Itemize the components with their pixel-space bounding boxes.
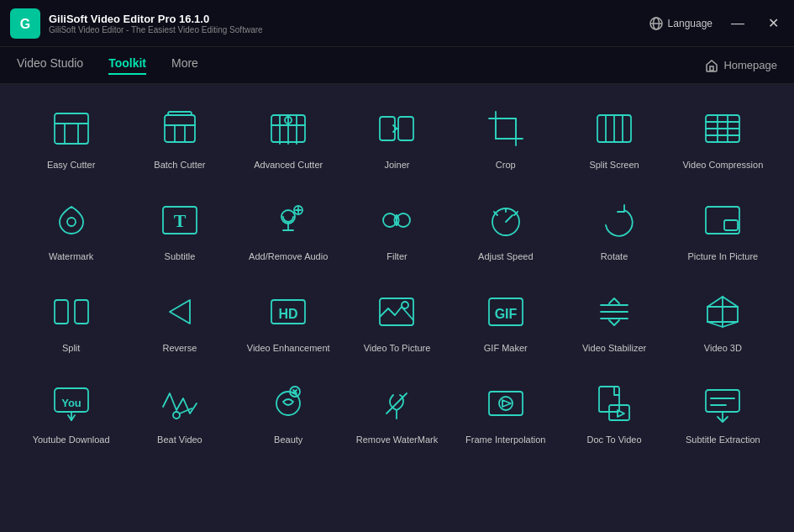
language-button[interactable]: Language xyxy=(649,17,712,30)
subtitle-extraction-icon xyxy=(701,382,744,425)
video-3d-icon xyxy=(701,290,744,334)
titlebar-text: GiliSoft Video Editor Pro 16.1.0 GiliSof… xyxy=(49,13,649,34)
tool-beat-video[interactable]: Beat Video xyxy=(125,367,234,456)
video-to-picture-label: Video To Picture xyxy=(364,342,431,354)
svg-rect-11 xyxy=(168,112,192,115)
tool-filter[interactable]: Filter xyxy=(343,184,451,272)
crop-icon xyxy=(484,107,528,150)
split-icon xyxy=(50,290,93,334)
tool-video-stabilizer[interactable]: Video Stabilizer xyxy=(560,276,668,364)
app-subtitle: GiliSoft Video Editor - The Easiest Vide… xyxy=(49,25,649,34)
tool-picture-in-picture[interactable]: Picture In Picture xyxy=(669,184,777,272)
svg-rect-78 xyxy=(706,390,739,412)
tool-subtitle[interactable]: T Subtitle xyxy=(125,184,234,272)
beat-video-label: Beat Video xyxy=(157,434,202,445)
watermark-icon xyxy=(50,198,93,242)
frame-interpolation-icon xyxy=(484,382,528,425)
video-to-picture-icon xyxy=(375,290,418,334)
adjust-speed-label: Adjust Speed xyxy=(478,250,533,262)
home-icon xyxy=(705,59,718,72)
video-enhancement-icon: HD xyxy=(266,290,310,334)
svg-rect-10 xyxy=(165,115,195,142)
tool-remove-watermark[interactable]: Remove WaterMark xyxy=(343,367,451,456)
reverse-label: Reverse xyxy=(162,342,197,354)
subtitle-label: Subtitle xyxy=(165,250,196,262)
doc-to-video-icon xyxy=(592,382,636,425)
subtitle-extraction-label: Subtitle Extraction xyxy=(686,434,760,445)
tool-batch-cutter[interactable]: Batch Cutter xyxy=(125,92,234,181)
picture-in-picture-icon xyxy=(701,198,744,242)
tool-video-compression[interactable]: Video Compression xyxy=(669,92,777,181)
tool-grid: Easy Cutter Batch Cutter Advanced Cutter… xyxy=(17,92,777,456)
svg-point-56 xyxy=(402,302,408,308)
svg-rect-50 xyxy=(55,300,68,324)
split-screen-icon xyxy=(592,107,636,150)
tool-split-screen[interactable]: Split Screen xyxy=(560,92,668,181)
tool-adjust-speed[interactable]: Adjust Speed xyxy=(451,184,560,272)
tool-subtitle-extraction[interactable]: Subtitle Extraction xyxy=(669,367,777,456)
filter-label: Filter xyxy=(386,250,407,262)
tool-easy-cutter[interactable]: Easy Cutter xyxy=(17,92,125,181)
rotate-label: Rotate xyxy=(601,250,628,262)
svg-rect-19 xyxy=(398,117,413,140)
joiner-icon xyxy=(375,107,418,150)
adjust-speed-icon xyxy=(484,198,528,242)
tool-add-remove-audio[interactable]: Add/Remove Audio xyxy=(234,184,343,272)
tab-toolkit[interactable]: Toolkit xyxy=(108,56,146,75)
reverse-icon xyxy=(158,290,202,334)
svg-marker-52 xyxy=(170,300,190,324)
filter-icon xyxy=(375,198,418,242)
frame-interpolation-label: Frame Interpolation xyxy=(465,434,545,445)
tool-youtube-download[interactable]: You Youtube Download xyxy=(17,367,125,456)
svg-text:G: G xyxy=(20,17,30,31)
close-button[interactable]: ✕ xyxy=(763,13,784,33)
svg-rect-6 xyxy=(55,113,88,144)
video-enhancement-label: Video Enhancement xyxy=(247,342,330,354)
doc-to-video-label: Doc To Video xyxy=(587,434,642,445)
batch-cutter-label: Batch Cutter xyxy=(154,159,205,171)
app-title: GiliSoft Video Editor Pro 16.1.0 xyxy=(49,13,649,25)
globe-icon xyxy=(649,17,663,30)
svg-rect-5 xyxy=(710,66,713,71)
joiner-label: Joiner xyxy=(385,159,410,171)
svg-line-47 xyxy=(506,215,513,222)
tool-doc-to-video[interactable]: Doc To Video xyxy=(560,367,668,456)
crop-label: Crop xyxy=(496,159,516,171)
add-remove-audio-icon xyxy=(266,198,310,242)
tool-gif-maker[interactable]: GIF GIF Maker xyxy=(451,276,560,364)
tool-crop[interactable]: Crop xyxy=(451,92,560,181)
svg-text:T: T xyxy=(174,210,187,231)
svg-marker-77 xyxy=(618,410,624,417)
tool-video-3d[interactable]: Video 3D xyxy=(669,276,777,364)
svg-text:You: You xyxy=(61,397,82,409)
beauty-label: Beauty xyxy=(274,434,302,445)
watermark-label: Watermark xyxy=(49,250,93,262)
youtube-download-label: Youtube Download xyxy=(33,434,110,445)
minimize-button[interactable]: — xyxy=(726,14,749,33)
tab-more[interactable]: More xyxy=(171,56,198,75)
main-content: Easy Cutter Batch Cutter Advanced Cutter… xyxy=(0,84,794,532)
video-stabilizer-label: Video Stabilizer xyxy=(582,342,646,354)
tool-beauty[interactable]: Beauty xyxy=(234,367,343,456)
tool-watermark[interactable]: Watermark xyxy=(17,184,125,272)
homepage-button[interactable]: Homepage xyxy=(705,59,777,72)
tool-split[interactable]: Split xyxy=(17,276,125,364)
tool-advanced-cutter[interactable]: Advanced Cutter xyxy=(234,92,343,181)
beat-video-icon xyxy=(158,382,202,425)
tab-video-studio[interactable]: Video Studio xyxy=(17,56,83,75)
gif-maker-label: GIF Maker xyxy=(484,342,528,354)
remove-watermark-label: Remove WaterMark xyxy=(356,434,438,445)
homepage-label: Homepage xyxy=(723,59,777,71)
tool-video-to-picture[interactable]: Video To Picture xyxy=(343,276,451,364)
easy-cutter-label: Easy Cutter xyxy=(47,159,95,171)
svg-rect-18 xyxy=(380,117,395,140)
batch-cutter-icon xyxy=(158,107,202,150)
tool-rotate[interactable]: Rotate xyxy=(560,184,668,272)
tool-joiner[interactable]: Joiner xyxy=(343,92,451,181)
tool-frame-interpolation[interactable]: Frame Interpolation xyxy=(451,367,560,456)
video-3d-label: Video 3D xyxy=(704,342,742,354)
svg-rect-49 xyxy=(724,220,738,230)
svg-point-68 xyxy=(276,392,300,415)
tool-reverse[interactable]: Reverse xyxy=(125,276,234,364)
tool-video-enhancement[interactable]: HD Video Enhancement xyxy=(234,276,343,364)
